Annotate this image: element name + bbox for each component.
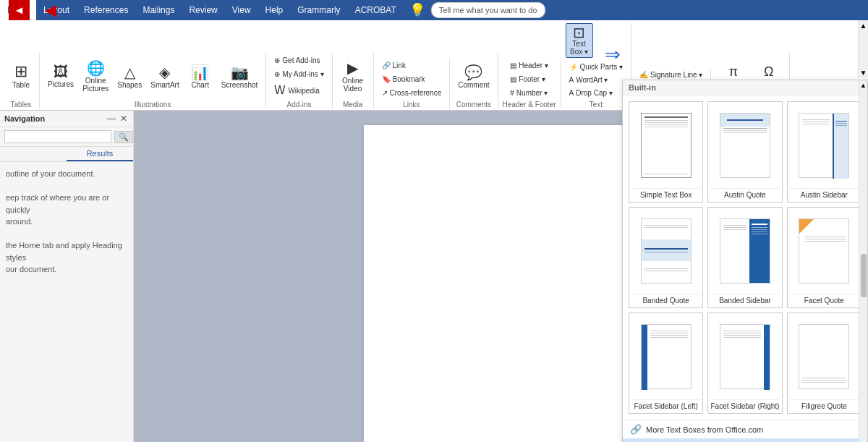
more-text-boxes-icon: 🔗 — [630, 424, 642, 435]
table-button-label: Table — [12, 81, 30, 89]
signature-line-icon: ✍ — [639, 71, 648, 79]
pictures-button[interactable]: 🖼 Pictures — [44, 53, 77, 99]
table-button[interactable]: ⊞ Table — [7, 53, 35, 99]
lightbulb-icon: 💡 — [409, 0, 425, 20]
text-box-button[interactable]: ⊡ TextBox ▾ — [566, 23, 593, 58]
pictures-icon: 🖼 — [54, 64, 68, 80]
dropdown-scroll-up[interactable]: ▲ — [860, 82, 867, 89]
header-label: Header ▾ — [519, 61, 548, 69]
drop-cap-button[interactable]: A Drop Cap ▾ — [566, 87, 626, 99]
comment-button[interactable]: 💬 Comment — [454, 53, 493, 99]
ribbon-group-header-footer: ▤ Header ▾ ▤ Footer ▾ # Number ▾ Header … — [498, 59, 561, 109]
nav-tab-results[interactable]: Results — [67, 147, 133, 161]
bookmark-button[interactable]: 🔖 Bookmark — [378, 73, 429, 85]
signature-line-label: Signature Line ▾ — [650, 71, 702, 79]
gallery-item-filigree-quote[interactable]: Filigree Quote — [787, 313, 861, 414]
ribbon-group-comments: 💬 Comment Comments — [450, 53, 498, 109]
online-pictures-button[interactable]: 🌐 OnlinePictures — [79, 53, 112, 99]
comment-label: Comment — [458, 81, 489, 89]
page-number-label: Number ▾ — [516, 89, 548, 97]
tab-grammarly[interactable]: Grammarly — [290, 0, 347, 20]
nav-panel-minimize[interactable]: — — [106, 114, 117, 124]
comments-group-label: Comments — [456, 101, 491, 109]
gallery-item-banded-sidebar[interactable]: Banded Sidebar — [707, 207, 782, 308]
text-group-label: Text — [590, 101, 603, 109]
cross-reference-button[interactable]: ↗ Cross-reference — [378, 87, 446, 99]
wikipedia-button[interactable]: W Wikipedia — [271, 82, 323, 99]
cross-reference-label: Cross-reference — [390, 89, 442, 97]
gallery-item-austin-sidebar[interactable]: Austin Sidebar — [787, 101, 861, 203]
gallery-item-simple-text-box[interactable]: Simple Text Box — [629, 101, 703, 203]
media-group-label: Media — [343, 101, 362, 109]
ribbon-scroll-down[interactable]: ▼ — [860, 69, 867, 77]
ribbon-scrollbar[interactable]: ▲ ▼ — [858, 20, 868, 78]
get-addins-button[interactable]: ⊕ Get Add-ins — [271, 54, 323, 67]
bookmark-icon: 🔖 — [382, 75, 391, 83]
bookmark-label: Bookmark — [393, 75, 425, 83]
wordart-button[interactable]: A WordArt ▾ — [566, 74, 626, 86]
shapes-icon: △ — [124, 64, 135, 81]
my-addins-button[interactable]: ⊕ My Add-ins ▾ — [271, 68, 327, 80]
tab-grammarly-label: Grammarly — [297, 5, 340, 15]
nav-search-input[interactable] — [4, 130, 111, 143]
banded-quote-thumb — [631, 208, 701, 294]
tab-review[interactable]: Review — [182, 0, 224, 20]
facet-quote-label: Facet Quote — [803, 294, 846, 307]
filigree-quote-label: Filigree Quote — [800, 400, 848, 413]
gallery-item-banded-quote[interactable]: Banded Quote — [629, 207, 703, 308]
page-number-icon: # — [510, 89, 514, 97]
online-video-button[interactable]: ▶ OnlineVideo — [337, 53, 369, 99]
text-box-label: TextBox ▾ — [570, 40, 588, 56]
link-icon: 🔗 — [382, 61, 391, 69]
red-arrow-annotation: ◀ — [45, 1, 56, 19]
my-addins-label: My Add-ins ▾ — [282, 70, 323, 78]
gallery-item-facet-sidebar-right[interactable]: Facet Sidebar (Right) — [707, 313, 782, 414]
tab-help[interactable]: Help — [258, 0, 291, 20]
get-addins-label: Get Add-ins — [282, 56, 320, 64]
chart-button[interactable]: 📊 Chart — [184, 53, 216, 99]
drop-cap-label: Drop Cap ▾ — [576, 89, 613, 97]
dropdown-scrollbar[interactable]: ▲ ▼ — [859, 80, 867, 442]
nav-panel-title: Navigation — [4, 114, 45, 123]
gallery-item-facet-sidebar-left[interactable]: Facet Sidebar (Left) — [629, 313, 703, 414]
nav-search-button[interactable]: 🔍 — [114, 131, 133, 143]
smartart-label: SmartArt — [150, 81, 179, 89]
cross-reference-icon: ↗ — [382, 89, 388, 97]
link-button[interactable]: 🔗 Link — [378, 59, 409, 72]
tab-layout[interactable]: Layout — [36, 0, 77, 20]
screenshot-button[interactable]: 📷 Screenshot — [218, 53, 262, 99]
wordart-label: WordArt ▾ — [576, 76, 608, 84]
austin-quote-thumb — [710, 102, 780, 189]
tell-me-input[interactable]: Tell me what you want to do — [431, 2, 545, 18]
tab-acrobat[interactable]: ACROBAT — [348, 0, 404, 20]
simple-text-box-label: Simple Text Box — [639, 189, 694, 202]
gallery-item-austin-quote[interactable]: Austin Quote — [707, 101, 782, 203]
dropdown-scroll-thumb — [861, 254, 867, 297]
gallery-item-facet-quote[interactable]: Facet Quote — [787, 207, 861, 308]
more-text-boxes-item[interactable]: 🔗 More Text Boxes from Office.com — [623, 420, 867, 438]
red-arrow-icon: ◀ — [16, 5, 22, 15]
nav-tab-headings[interactable] — [0, 147, 67, 161]
header-icon: ▤ — [510, 61, 516, 69]
austin-sidebar-label: Austin Sidebar — [799, 189, 849, 202]
page-number-button[interactable]: # Number ▾ — [506, 87, 551, 99]
nav-panel-close[interactable]: ✕ — [119, 114, 129, 124]
draw-text-box-item[interactable]: ✏️ Draw Text Box — [623, 438, 867, 442]
tab-view[interactable]: View — [225, 0, 258, 20]
tab-mailings[interactable]: Mailings — [135, 0, 182, 20]
smartart-button[interactable]: ◈ SmartArt — [147, 53, 182, 99]
ribbon-scroll-up[interactable]: ▲ — [860, 22, 867, 30]
footer-button[interactable]: ▤ Footer ▾ — [506, 73, 549, 85]
nav-tab-results-label: Results — [87, 149, 114, 158]
header-button[interactable]: ▤ Header ▾ — [506, 59, 552, 72]
illustrations-group-label: Illustrations — [135, 101, 171, 109]
tab-references[interactable]: References — [77, 0, 135, 20]
more-text-boxes-label: More Text Boxes from Office.com — [646, 425, 763, 434]
shapes-button[interactable]: △ Shapes — [114, 53, 145, 99]
austin-sidebar-thumb — [789, 102, 859, 189]
tab-references-label: References — [84, 5, 128, 15]
online-pictures-label: OnlinePictures — [82, 77, 109, 93]
document-page — [364, 125, 639, 442]
footer-icon: ▤ — [510, 75, 516, 83]
ribbon-group-tables: ⊞ Table Tables — [3, 53, 40, 109]
